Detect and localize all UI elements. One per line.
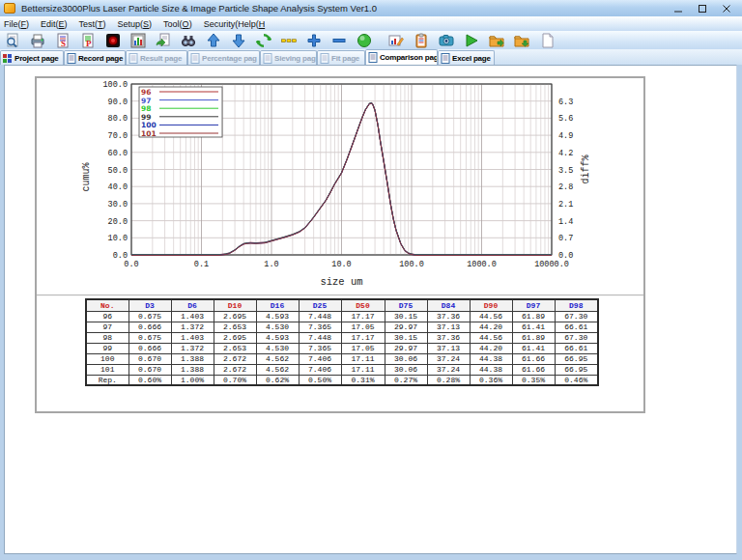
svg-text:S: S <box>61 39 66 48</box>
table-cell: 4.562 <box>256 353 299 364</box>
col-header-d3: D3 <box>128 299 171 311</box>
panel-divider <box>37 294 643 296</box>
menu-security[interactable]: Security( <box>204 19 239 29</box>
table-cell: 7.406 <box>299 364 341 375</box>
record-test-icon[interactable] <box>105 33 121 48</box>
table-cell: 0.60% <box>128 375 171 385</box>
table-cell: 61.66 <box>512 353 555 364</box>
tab-excel-page[interactable]: Excel page <box>438 50 495 65</box>
clipboard-report-icon[interactable] <box>414 33 429 48</box>
baseline-icon[interactable] <box>281 33 297 48</box>
save-report-icon[interactable]: P <box>80 33 96 48</box>
table-cell: 4.530 <box>256 322 299 332</box>
table-row: 960.6751.4032.6954.5937.44817.1730.1537.… <box>86 311 598 322</box>
table-cell: 0.36% <box>470 375 512 385</box>
svg-text:90.0: 90.0 <box>108 98 128 107</box>
table-cell: 61.41 <box>512 343 555 353</box>
start-test-icon[interactable] <box>357 33 372 48</box>
table-cell: 17.11 <box>341 353 385 364</box>
save-result-icon[interactable]: S <box>55 33 71 48</box>
convert-page-icon[interactable] <box>156 33 171 48</box>
tab-project-page[interactable]: Project page <box>0 50 64 65</box>
add-icon[interactable] <box>306 33 322 48</box>
svg-text:50.0: 50.0 <box>108 166 128 176</box>
table-cell: 1.372 <box>171 343 214 353</box>
menu-bar: File(F)Edit(E)Test(T)Setup(S)Tool(O)Secu… <box>0 16 742 31</box>
table-cell: 61.41 <box>512 322 555 332</box>
menu-setups[interactable]: Setup(S) <box>118 19 153 29</box>
table-cell: 0.62% <box>256 375 299 385</box>
col-header-d10: D10 <box>214 299 256 311</box>
table-cell: 99 <box>86 343 128 353</box>
table-cell: 0.675 <box>128 311 171 322</box>
table-cell: Rep. <box>86 375 128 385</box>
print-icon[interactable] <box>30 33 45 48</box>
menu-helph[interactable]: Help(H <box>238 19 265 29</box>
col-header-d75: D75 <box>385 299 427 311</box>
menu-filef[interactable]: File(F) <box>4 19 29 29</box>
table-cell: 61.66 <box>512 364 555 375</box>
close-button[interactable] <box>720 2 733 14</box>
doc-icon <box>263 53 272 64</box>
tab-fit-page[interactable]: Fit page <box>317 50 365 65</box>
table-cell: 30.06 <box>385 353 427 364</box>
tab-comparison-page[interactable]: Comparison page <box>365 49 438 65</box>
edit-chart-icon[interactable] <box>388 33 404 48</box>
svg-text:4.2: 4.2 <box>558 149 573 158</box>
svg-text:1.4: 1.4 <box>558 217 573 227</box>
table-cell: 44.56 <box>470 332 512 343</box>
subtract-icon[interactable] <box>331 33 347 48</box>
window-title: Bettersize3000Plus Laser Particle Size &… <box>21 3 377 14</box>
tab-percentage-pag[interactable]: Percentage pag <box>187 50 260 65</box>
search-icon[interactable] <box>181 33 196 48</box>
table-cell: 44.56 <box>470 311 512 322</box>
table-cell: 7.365 <box>299 343 341 353</box>
table-cell: 30.15 <box>385 311 427 322</box>
run-play-icon[interactable] <box>464 33 479 48</box>
new-document-icon[interactable] <box>539 33 555 48</box>
col-header-d98: D98 <box>555 299 598 311</box>
svg-text:2.8: 2.8 <box>558 182 573 192</box>
col-header-d6: D6 <box>171 299 214 311</box>
tab-record-page[interactable]: Record page <box>64 50 126 65</box>
table-cell: 66.95 <box>555 364 598 375</box>
camera-icon[interactable] <box>439 33 454 48</box>
import-folder-icon[interactable] <box>489 33 504 48</box>
menu-toolo[interactable]: Tool(O) <box>163 19 192 29</box>
maximize-button[interactable] <box>696 2 709 14</box>
table-cell: 1.00% <box>171 375 214 385</box>
table-cell: 37.13 <box>427 322 470 332</box>
tab-label: Percentage pag <box>202 54 257 63</box>
tab-result-page[interactable]: Result page <box>126 50 187 65</box>
chart-svg: 0.010.020.030.040.050.060.070.080.090.01… <box>37 78 643 294</box>
minimize-button[interactable] <box>671 2 685 14</box>
table-cell: 0.666 <box>128 322 171 332</box>
toolbar: SP <box>0 31 742 49</box>
table-cell: 0.670 <box>128 364 171 375</box>
col-header-d16: D16 <box>256 299 299 311</box>
table-cell: 66.95 <box>555 353 598 364</box>
svg-text:4.9: 4.9 <box>558 131 573 141</box>
table-cell: 7.365 <box>299 322 341 332</box>
svg-text:0.0: 0.0 <box>124 260 138 269</box>
tab-sieving-pag[interactable]: Sieving pag <box>260 50 317 65</box>
table-row: Rep.0.60%1.00%0.70%0.62%0.50%0.31%0.27%0… <box>86 375 598 385</box>
menu-edite[interactable]: Edit(E) <box>41 19 68 29</box>
table-cell: 96 <box>86 311 128 322</box>
table-cell: 17.17 <box>341 311 385 322</box>
move-down-icon[interactable] <box>231 33 246 48</box>
table-cell: 1.403 <box>171 311 214 322</box>
table-cell: 30.15 <box>385 332 427 343</box>
table-cell: 37.24 <box>427 353 470 364</box>
table-cell: 0.70% <box>214 375 256 385</box>
menu-testt[interactable]: Test(T) <box>79 19 106 29</box>
doc-icon <box>67 53 76 64</box>
svg-text:100.0: 100.0 <box>102 80 128 90</box>
move-up-icon[interactable] <box>206 33 221 48</box>
preview-icon[interactable] <box>5 33 20 48</box>
table-cell: 7.448 <box>299 311 341 322</box>
export-folder-icon[interactable] <box>514 33 529 48</box>
table-cell: 4.593 <box>256 311 299 322</box>
refresh-icon[interactable] <box>256 33 271 48</box>
analyze-chart-icon[interactable] <box>130 33 146 48</box>
